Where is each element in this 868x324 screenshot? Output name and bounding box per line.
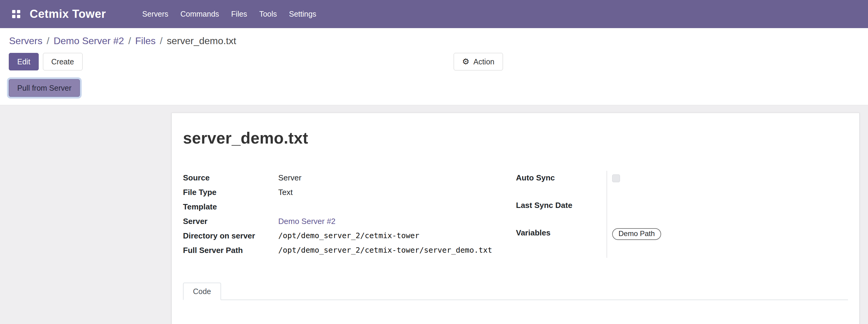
- field-label-source: Source: [183, 171, 278, 185]
- field-label-template: Template: [183, 200, 278, 214]
- action-button[interactable]: ⚙ Action: [454, 53, 503, 70]
- form-sheet: server_demo.txt Source Server File Type …: [172, 113, 860, 324]
- record-title: server_demo.txt: [183, 129, 848, 147]
- field-label-variables: Variables: [516, 226, 607, 258]
- field-label-full-path: Full Server Path: [183, 243, 278, 258]
- apps-menu-button[interactable]: [8, 7, 24, 22]
- field-row-template: Template: [183, 200, 516, 214]
- notebook: Code: [183, 283, 848, 324]
- apps-grid-icon: [12, 10, 20, 18]
- record-actions-row: Pull from Server: [0, 79, 868, 97]
- field-label-server: Server: [183, 214, 278, 229]
- field-row-last-sync: Last Sync Date: [516, 198, 716, 226]
- field-value-template: [278, 200, 516, 214]
- notebook-tabs: Code: [183, 283, 848, 300]
- field-row-directory: Directory on server /opt/demo_server_2/c…: [183, 229, 516, 243]
- field-groups: Source Server File Type Text Template Se…: [183, 171, 848, 258]
- field-row-source: Source Server: [183, 171, 516, 185]
- field-value-directory: /opt/demo_server_2/cetmix-tower: [278, 229, 516, 243]
- field-group-right: Auto Sync Last Sync Date Variables Demo …: [516, 171, 716, 258]
- breadcrumb-servers[interactable]: Servers: [9, 35, 42, 46]
- field-row-server: Server Demo Server #2: [183, 214, 516, 229]
- field-group-left: Source Server File Type Text Template Se…: [183, 171, 516, 258]
- field-value-server-link[interactable]: Demo Server #2: [278, 214, 516, 229]
- tab-code[interactable]: Code: [183, 283, 221, 300]
- field-value-last-sync: [607, 198, 716, 226]
- field-value-full-path: /opt/demo_server_2/cetmix-tower/server_d…: [278, 243, 516, 258]
- action-button-label: Action: [473, 58, 494, 66]
- field-value-file-type: Text: [278, 185, 516, 200]
- field-label-auto-sync: Auto Sync: [516, 171, 607, 198]
- pull-from-server-button[interactable]: Pull from Server: [9, 79, 80, 97]
- menu-item-servers[interactable]: Servers: [136, 0, 174, 28]
- field-row-variables: Variables Demo Path: [516, 226, 716, 258]
- create-button[interactable]: Create: [43, 53, 83, 70]
- gear-icon: ⚙: [462, 58, 469, 66]
- menu-item-tools[interactable]: Tools: [253, 0, 283, 28]
- menu-item-settings[interactable]: Settings: [283, 0, 322, 28]
- field-label-directory: Directory on server: [183, 229, 278, 243]
- field-value-auto-sync: [607, 171, 716, 198]
- tab-code-content: [183, 300, 848, 324]
- main-menu: Servers Commands Files Tools Settings: [136, 0, 322, 28]
- field-value-variables: Demo Path: [607, 226, 716, 258]
- breadcrumb: Servers / Demo Server #2 / Files / serve…: [0, 28, 868, 46]
- field-row-auto-sync: Auto Sync: [516, 171, 716, 198]
- control-panel: Servers / Demo Server #2 / Files / serve…: [0, 28, 868, 97]
- auto-sync-checkbox: [612, 174, 620, 182]
- menu-item-commands[interactable]: Commands: [175, 0, 225, 28]
- breadcrumb-separator: /: [160, 35, 163, 46]
- variable-tag: Demo Path: [612, 228, 661, 240]
- breadcrumb-separator: /: [128, 35, 131, 46]
- breadcrumb-demo-server[interactable]: Demo Server #2: [54, 35, 124, 46]
- breadcrumb-current: server_demo.txt: [167, 35, 236, 46]
- button-row: Edit Create ⚙ Action: [0, 53, 868, 71]
- breadcrumb-files[interactable]: Files: [135, 35, 156, 46]
- top-navbar: Cetmix Tower Servers Commands Files Tool…: [0, 0, 868, 28]
- field-row-file-type: File Type Text: [183, 185, 516, 200]
- app-brand[interactable]: Cetmix Tower: [30, 7, 106, 21]
- edit-button[interactable]: Edit: [9, 53, 39, 70]
- breadcrumb-separator: /: [46, 35, 49, 46]
- field-row-full-path: Full Server Path /opt/demo_server_2/cetm…: [183, 243, 516, 258]
- field-value-source: Server: [278, 171, 516, 185]
- field-label-file-type: File Type: [183, 185, 278, 200]
- form-background: server_demo.txt Source Server File Type …: [0, 105, 868, 324]
- menu-item-files[interactable]: Files: [225, 0, 253, 28]
- field-label-last-sync: Last Sync Date: [516, 198, 607, 226]
